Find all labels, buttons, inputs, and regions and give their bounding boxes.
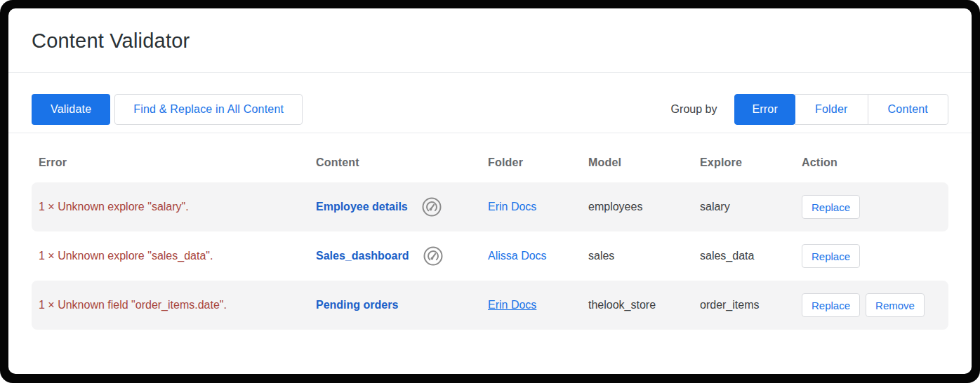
table-header-row: Error Content Folder Model Explore Actio… [32,143,948,182]
error-text: 1 × Unknown explore "sales_data". [32,250,316,262]
dashboard-gauge-icon [421,196,442,217]
content-link[interactable]: Pending orders [316,299,398,311]
explore-text: sales_data [700,250,802,262]
folder-link[interactable]: Alissa Docs [488,250,547,262]
remove-button[interactable]: Remove [866,293,925,317]
toolbar: Validate Find & Replace in All Content G… [8,73,972,133]
window-frame: Content Validator Validate Find & Replac… [0,0,980,383]
column-header-explore: Explore [700,156,802,169]
table-row: 1 × Unknown explore "salary". Employee d… [32,182,948,231]
folder-link[interactable]: Erin Docs [488,299,536,311]
group-by-label: Group by [671,103,717,116]
validation-results-table: Error Content Folder Model Explore Actio… [8,133,972,330]
model-text: thelook_store [588,299,700,311]
validate-button[interactable]: Validate [32,94,110,125]
toolbar-actions: Validate Find & Replace in All Content [32,94,303,125]
model-text: sales [588,250,700,262]
find-replace-button[interactable]: Find & Replace in All Content [114,94,303,125]
folder-link[interactable]: Erin Docs [488,201,536,213]
action-cell: Replace [802,195,946,219]
action-cell: Replace Remove [802,293,946,317]
column-header-action: Action [802,156,946,169]
model-text: employees [588,201,700,213]
page-title: Content Validator [32,29,948,53]
content-link[interactable]: Sales_dashboard [316,250,409,262]
action-cell: Replace [802,244,946,268]
panel-header: Content Validator [8,8,972,72]
replace-button[interactable]: Replace [802,244,860,268]
error-text: 1 × Unknown field "order_items.date". [32,299,316,311]
explore-text: salary [700,201,802,213]
column-header-model: Model [588,156,700,169]
content-cell: Pending orders [316,299,488,311]
column-header-error: Error [32,156,316,169]
column-header-folder: Folder [488,156,588,169]
group-by-error-button[interactable]: Error [734,94,795,125]
content-cell: Sales_dashboard [316,246,488,267]
column-header-content: Content [316,156,488,169]
explore-text: order_items [700,299,802,311]
table-row: 1 × Unknown field "order_items.date". Pe… [32,281,948,330]
group-by-control: Group by Error Folder Content [671,94,948,125]
group-by-folder-button[interactable]: Folder [795,94,868,125]
table-row: 1 × Unknown explore "sales_data". Sales_… [32,231,948,281]
error-text: 1 × Unknown explore "salary". [32,201,316,213]
content-cell: Employee details [316,196,488,217]
content-link[interactable]: Employee details [316,201,408,213]
content-validator-panel: Content Validator Validate Find & Replac… [8,8,972,374]
replace-button[interactable]: Replace [802,195,860,219]
group-by-content-button[interactable]: Content [868,94,948,125]
replace-button[interactable]: Replace [802,293,860,317]
group-by-segmented-control: Error Folder Content [734,94,948,125]
dashboard-gauge-icon [423,246,444,267]
